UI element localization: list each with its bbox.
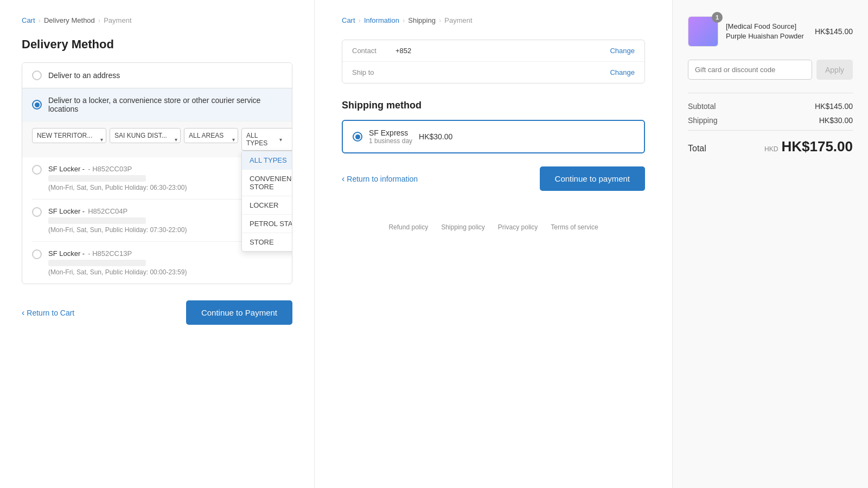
breadcrumb: Cart › Delivery Method › Payment [22,16,292,24]
refund-policy-link[interactable]: Refund policy [388,223,428,231]
dropdown-item-store[interactable]: STORE [242,233,292,251]
option-locker-label: Deliver to a locker, a convenience store… [48,96,282,113]
mid-sep1: › [359,16,361,24]
locker-address-0 [48,175,146,182]
ship-to-row: Ship to Change [342,62,644,83]
discount-input[interactable] [688,60,812,80]
shipping-value: HK$30.00 [819,116,853,125]
product-image-wrap: 1 [688,16,718,47]
page-title: Delivery Method [22,37,292,52]
contact-row: Contact +852 Change [342,40,644,62]
ship-to-label: Ship to [352,68,395,76]
radio-locker[interactable] [32,100,42,110]
radio-address[interactable] [32,70,42,80]
mid-sep2: › [403,16,405,24]
shipping-days: 1 business day [369,137,412,145]
dropdown-item-petrol-station[interactable]: PETROL STATION [242,215,292,233]
breadcrumb-sep2: › [98,16,100,24]
dropdown-item-all-types[interactable]: ALL TYPES [242,151,292,170]
terms-of-service-link[interactable]: Terms of service [551,223,598,231]
locker-address-2 [48,260,146,266]
footer-links: Refund policy Shipping policy Privacy po… [342,223,645,231]
contact-label: Contact [352,47,395,55]
mid-breadcrumb-cart[interactable]: Cart [342,16,355,24]
shipping-label: Shipping [688,116,718,125]
left-panel: Cart › Delivery Method › Payment Deliver… [0,0,315,488]
mid-bottom-nav: Return to information Continue to paymen… [342,166,645,191]
locker-name-text-2: SF Locker - [48,249,85,258]
shipping-details: SF Express 1 business day [369,129,412,145]
change-ship-to-link[interactable]: Change [610,68,635,76]
product-qty-badge: 1 [712,12,723,23]
area-select[interactable]: ALL AREAS [184,128,238,143]
shipping-option-sf[interactable]: SF Express 1 business day HK$30.00 [342,120,645,153]
total-row: Total HKD HK$175.00 [688,130,853,155]
product-price: HK$145.00 [815,27,853,36]
locker-id-1: H852CC04P [88,207,127,215]
shipping-method-title: Shipping method [342,100,645,111]
breadcrumb-cart[interactable]: Cart [22,16,35,24]
radio-locker-2[interactable] [32,249,42,259]
delivery-option-address[interactable]: Deliver to an address [22,63,292,88]
subtotal-row: Subtotal HK$145.00 [688,102,853,111]
return-to-cart-link[interactable]: Return to Cart [22,308,74,318]
locker-id-2: - H852CC13P [88,249,132,258]
mid-breadcrumb-shipping: Shipping [408,16,436,24]
breadcrumb-payment: Payment [104,16,131,24]
subtotal-label: Subtotal [688,102,716,111]
locker-id-0: - H852CC03P [88,165,132,173]
return-to-information-link[interactable]: Return to information [342,174,418,184]
option-address-label: Deliver to an address [48,71,120,80]
change-contact-link[interactable]: Change [610,47,635,55]
mid-breadcrumb: Cart › Information › Shipping › Payment [342,16,645,24]
area-select-wrapper: ALL AREAS [184,128,238,151]
total-label: Total [688,144,706,153]
breadcrumb-delivery: Delivery Method [44,16,95,24]
contact-value: +852 [395,47,610,55]
shipping-price: HK$30.00 [419,132,452,141]
radio-locker-0[interactable] [32,165,42,175]
product-name: [Medical Food Source] Purple Huaishan Po… [726,22,807,41]
locker-name-text-0: SF Locker - [48,165,85,173]
total-amount: HK$175.00 [781,138,853,155]
subtotal-value: HK$145.00 [815,102,853,111]
locker-hours-2: (Mon-Fri, Sat, Sun, Public Holiday: 00:0… [48,268,282,276]
mid-breadcrumb-payment: Payment [444,16,472,24]
product-row: 1 [Medical Food Source] Purple Huaishan … [688,16,853,47]
contact-info-table: Contact +852 Change Ship to Change [342,40,645,84]
privacy-policy-link[interactable]: Privacy policy [498,223,538,231]
continue-to-payment-mid-button[interactable]: Continue to payment [540,166,645,191]
price-summary: Subtotal HK$145.00 Shipping HK$30.00 Tot… [688,93,853,155]
dropdown-item-convenience-store[interactable]: CONVENIENCE STORE [242,170,292,196]
breadcrumb-sep1: › [39,16,41,24]
district-select-wrapper: SAI KUNG DIST... [110,128,181,151]
middle-panel: Cart › Information › Shipping › Payment … [315,0,673,488]
total-value-wrap: HKD HK$175.00 [764,138,853,155]
right-panel: 1 [Medical Food Source] Purple Huaishan … [673,0,868,488]
region-select[interactable]: NEW TERRITOR... [32,128,106,143]
radio-sf-express[interactable] [353,132,362,142]
discount-row: Apply [688,60,853,80]
mid-sep3: › [439,16,441,24]
type-dropdown-label: ALL TYPES [246,132,276,147]
region-select-wrapper: NEW TERRITOR... [32,128,106,151]
locker-name-text-1: SF Locker - [48,207,85,215]
apply-button[interactable]: Apply [816,60,853,80]
delivery-options-card: Deliver to an address Deliver to a locke… [22,62,292,284]
total-currency: HKD [764,145,778,153]
shipping-policy-link[interactable]: Shipping policy [441,223,485,231]
radio-locker-1[interactable] [32,207,42,217]
type-dropdown[interactable]: ALL TYPES ALL TYPES CONVENIENCE STORE LO… [241,128,292,151]
shipping-name: SF Express [369,129,412,137]
district-select[interactable]: SAI KUNG DIST... [110,128,181,143]
locker-info-2: SF Locker - - H852CC13P (Mon-Fri, Sat, S… [48,249,282,276]
continue-to-payment-button[interactable]: Continue to Payment [186,300,292,325]
type-dropdown-trigger[interactable]: ALL TYPES [241,128,292,151]
mid-breadcrumb-information[interactable]: Information [364,16,399,24]
type-dropdown-menu: ALL TYPES CONVENIENCE STORE LOCKER PETRO… [241,151,292,252]
dropdown-item-locker[interactable]: LOCKER [242,196,292,215]
shipping-row: Shipping HK$30.00 [688,116,853,125]
bottom-nav: Return to Cart Continue to Payment [22,300,292,325]
locker-address-1 [48,217,146,224]
delivery-option-locker[interactable]: Deliver to a locker, a convenience store… [22,88,292,121]
